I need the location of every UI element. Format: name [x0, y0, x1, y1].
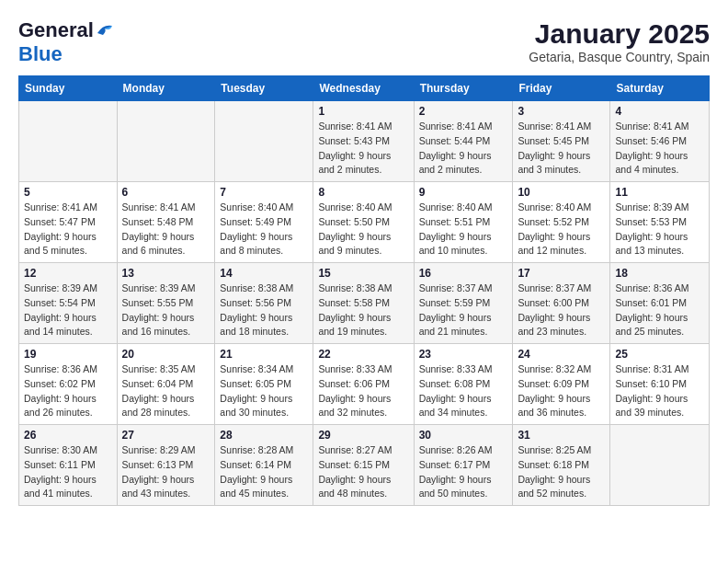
day-number: 26 — [24, 429, 112, 442]
day-number: 31 — [518, 429, 605, 442]
day-number: 20 — [122, 348, 210, 361]
day-cell: 5Sunrise: 8:41 AMSunset: 5:47 PMDaylight… — [19, 182, 118, 263]
logo-bird-icon — [96, 24, 114, 37]
day-number: 1 — [318, 105, 408, 118]
day-cell: 18Sunrise: 8:36 AMSunset: 6:01 PMDayligh… — [610, 263, 710, 344]
day-detail: Sunrise: 8:30 AMSunset: 6:11 PMDaylight:… — [24, 443, 112, 501]
day-detail: Sunrise: 8:41 AMSunset: 5:45 PMDaylight:… — [518, 120, 605, 178]
day-detail: Sunrise: 8:41 AMSunset: 5:43 PMDaylight:… — [318, 120, 408, 178]
logo-general: General — [18, 18, 94, 42]
day-detail: Sunrise: 8:41 AMSunset: 5:47 PMDaylight:… — [24, 201, 112, 259]
day-cell: 14Sunrise: 8:38 AMSunset: 5:56 PMDayligh… — [215, 263, 313, 344]
day-detail: Sunrise: 8:28 AMSunset: 6:14 PMDaylight:… — [220, 443, 308, 501]
day-detail: Sunrise: 8:40 AMSunset: 5:49 PMDaylight:… — [220, 201, 308, 259]
day-cell: 20Sunrise: 8:35 AMSunset: 6:04 PMDayligh… — [117, 344, 215, 425]
day-cell: 30Sunrise: 8:26 AMSunset: 6:17 PMDayligh… — [414, 425, 513, 506]
header-wednesday: Wednesday — [313, 76, 414, 101]
day-number: 21 — [220, 348, 308, 361]
day-number: 5 — [24, 186, 112, 199]
day-cell: 24Sunrise: 8:32 AMSunset: 6:09 PMDayligh… — [513, 344, 610, 425]
day-number: 6 — [122, 186, 210, 199]
header-tuesday: Tuesday — [215, 76, 313, 101]
calendar-title: January 2025 — [529, 18, 710, 50]
day-detail: Sunrise: 8:38 AMSunset: 5:58 PMDaylight:… — [318, 282, 408, 339]
day-cell: 9Sunrise: 8:40 AMSunset: 5:51 PMDaylight… — [414, 182, 513, 263]
day-detail: Sunrise: 8:32 AMSunset: 6:09 PMDaylight:… — [518, 362, 605, 420]
day-cell: 27Sunrise: 8:29 AMSunset: 6:13 PMDayligh… — [117, 425, 215, 506]
day-number: 17 — [518, 267, 605, 280]
day-cell: 25Sunrise: 8:31 AMSunset: 6:10 PMDayligh… — [610, 344, 710, 425]
day-detail: Sunrise: 8:31 AMSunset: 6:10 PMDaylight:… — [615, 362, 704, 420]
day-number: 10 — [518, 186, 605, 199]
day-cell — [610, 425, 710, 506]
day-cell: 6Sunrise: 8:41 AMSunset: 5:48 PMDaylight… — [117, 182, 215, 263]
day-cell: 22Sunrise: 8:33 AMSunset: 6:06 PMDayligh… — [313, 344, 414, 425]
week-row-3: 19Sunrise: 8:36 AMSunset: 6:02 PMDayligh… — [19, 344, 710, 425]
day-number: 29 — [318, 429, 408, 442]
logo-blue: Blue — [18, 42, 63, 66]
calendar-subtitle: Getaria, Basque Country, Spain — [529, 50, 710, 64]
day-number: 2 — [419, 105, 508, 118]
header-sunday: Sunday — [19, 76, 118, 101]
day-cell: 26Sunrise: 8:30 AMSunset: 6:11 PMDayligh… — [19, 425, 118, 506]
day-number: 24 — [518, 348, 605, 361]
day-cell: 3Sunrise: 8:41 AMSunset: 5:45 PMDaylight… — [513, 101, 610, 182]
day-detail: Sunrise: 8:41 AMSunset: 5:44 PMDaylight:… — [419, 120, 508, 178]
day-cell: 1Sunrise: 8:41 AMSunset: 5:43 PMDaylight… — [313, 101, 414, 182]
day-detail: Sunrise: 8:25 AMSunset: 6:18 PMDaylight:… — [518, 443, 605, 501]
day-number: 27 — [122, 429, 210, 442]
header-thursday: Thursday — [414, 76, 513, 101]
day-cell: 19Sunrise: 8:36 AMSunset: 6:02 PMDayligh… — [19, 344, 118, 425]
week-row-2: 12Sunrise: 8:39 AMSunset: 5:54 PMDayligh… — [19, 263, 710, 344]
day-detail: Sunrise: 8:38 AMSunset: 5:56 PMDaylight:… — [220, 282, 308, 339]
week-row-0: 1Sunrise: 8:41 AMSunset: 5:43 PMDaylight… — [19, 101, 710, 182]
title-area: January 2025 Getaria, Basque Country, Sp… — [529, 18, 710, 64]
day-cell: 16Sunrise: 8:37 AMSunset: 5:59 PMDayligh… — [414, 263, 513, 344]
day-cell — [215, 101, 313, 182]
day-number: 25 — [615, 348, 704, 361]
day-number: 4 — [615, 105, 704, 118]
day-number: 30 — [419, 429, 508, 442]
logo: General Blue — [18, 18, 114, 66]
day-cell: 29Sunrise: 8:27 AMSunset: 6:15 PMDayligh… — [313, 425, 414, 506]
day-detail: Sunrise: 8:34 AMSunset: 6:05 PMDaylight:… — [220, 362, 308, 420]
day-cell: 11Sunrise: 8:39 AMSunset: 5:53 PMDayligh… — [610, 182, 710, 263]
day-detail: Sunrise: 8:37 AMSunset: 5:59 PMDaylight:… — [419, 282, 508, 339]
day-detail: Sunrise: 8:39 AMSunset: 5:55 PMDaylight:… — [122, 282, 210, 339]
day-detail: Sunrise: 8:40 AMSunset: 5:52 PMDaylight:… — [518, 201, 605, 259]
header-friday: Friday — [513, 76, 610, 101]
day-number: 28 — [220, 429, 308, 442]
day-detail: Sunrise: 8:36 AMSunset: 6:01 PMDaylight:… — [615, 282, 704, 339]
day-detail: Sunrise: 8:39 AMSunset: 5:53 PMDaylight:… — [615, 201, 704, 259]
day-cell: 7Sunrise: 8:40 AMSunset: 5:49 PMDaylight… — [215, 182, 313, 263]
day-number: 7 — [220, 186, 308, 199]
day-number: 12 — [24, 267, 112, 280]
day-cell: 28Sunrise: 8:28 AMSunset: 6:14 PMDayligh… — [215, 425, 313, 506]
day-cell — [117, 101, 215, 182]
header-monday: Monday — [117, 76, 215, 101]
day-detail: Sunrise: 8:40 AMSunset: 5:50 PMDaylight:… — [318, 201, 408, 259]
day-cell: 2Sunrise: 8:41 AMSunset: 5:44 PMDaylight… — [414, 101, 513, 182]
day-number: 8 — [318, 186, 408, 199]
day-number: 23 — [419, 348, 508, 361]
day-detail: Sunrise: 8:36 AMSunset: 6:02 PMDaylight:… — [24, 362, 112, 420]
day-detail: Sunrise: 8:26 AMSunset: 6:17 PMDaylight:… — [419, 443, 508, 501]
calendar-header: Sunday Monday Tuesday Wednesday Thursday… — [19, 76, 710, 101]
day-number: 15 — [318, 267, 408, 280]
day-number: 18 — [615, 267, 704, 280]
day-cell: 23Sunrise: 8:33 AMSunset: 6:08 PMDayligh… — [414, 344, 513, 425]
day-cell: 8Sunrise: 8:40 AMSunset: 5:50 PMDaylight… — [313, 182, 414, 263]
day-detail: Sunrise: 8:39 AMSunset: 5:54 PMDaylight:… — [24, 282, 112, 339]
day-number: 13 — [122, 267, 210, 280]
day-detail: Sunrise: 8:40 AMSunset: 5:51 PMDaylight:… — [419, 201, 508, 259]
day-cell: 10Sunrise: 8:40 AMSunset: 5:52 PMDayligh… — [513, 182, 610, 263]
day-detail: Sunrise: 8:35 AMSunset: 6:04 PMDaylight:… — [122, 362, 210, 420]
week-row-4: 26Sunrise: 8:30 AMSunset: 6:11 PMDayligh… — [19, 425, 710, 506]
calendar-table: Sunday Monday Tuesday Wednesday Thursday… — [18, 75, 710, 506]
header-saturday: Saturday — [610, 76, 710, 101]
week-row-1: 5Sunrise: 8:41 AMSunset: 5:47 PMDaylight… — [19, 182, 710, 263]
day-detail: Sunrise: 8:33 AMSunset: 6:08 PMDaylight:… — [419, 362, 508, 420]
day-cell: 17Sunrise: 8:37 AMSunset: 6:00 PMDayligh… — [513, 263, 610, 344]
day-detail: Sunrise: 8:41 AMSunset: 5:48 PMDaylight:… — [122, 201, 210, 259]
day-cell: 4Sunrise: 8:41 AMSunset: 5:46 PMDaylight… — [610, 101, 710, 182]
